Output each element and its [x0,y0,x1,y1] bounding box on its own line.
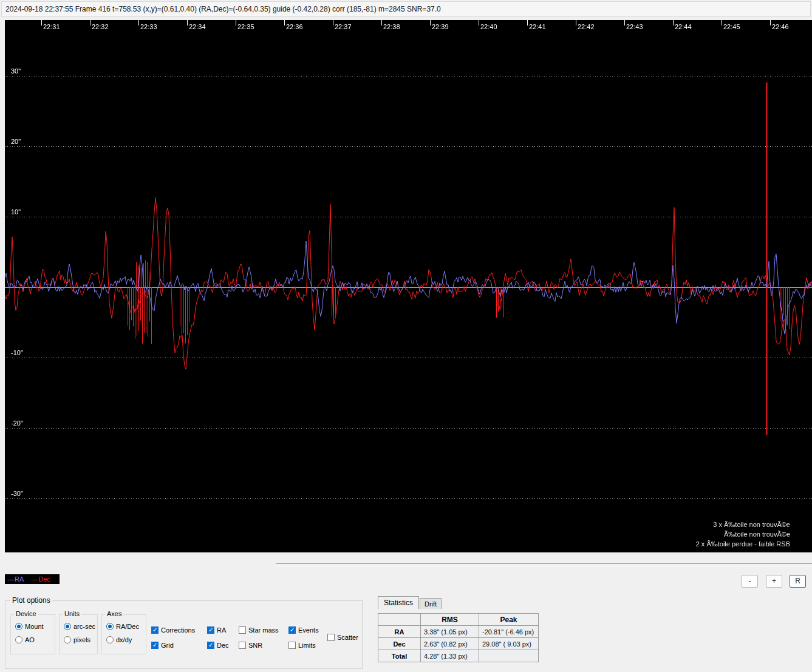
radio-ao[interactable]: AO [15,636,55,643]
time-axis-label: 22:32 [92,23,109,30]
checkbox-events[interactable]: Events [288,626,319,634]
radio-indicator [106,636,114,643]
statistics-tab-strip: Statistics Drift [378,596,543,609]
radio-dx-dy[interactable]: dx/dy [106,636,146,643]
zoom-out-button[interactable]: - [742,575,758,588]
y-axis-label: 30" [11,67,21,75]
time-axis-label: 22:41 [529,23,546,30]
y-axis-label: -30" [11,490,23,497]
radio-indicator [64,623,71,630]
radio-label: pixels [73,636,90,643]
y-axis-label: 10" [11,208,21,216]
checkbox-indicator [151,642,159,649]
checkbox-indicator [239,642,246,649]
radio-indicator [106,623,114,630]
device-radio-list: MountAO [11,615,55,643]
stats-column-header [378,614,421,626]
time-axis-label: 22:42 [578,23,595,30]
guide-event-message: Ã‰toile non trouvÃ©e [696,529,790,539]
time-axis-label: 22:35 [237,23,254,30]
stats-row: Dec2.63" (0.82 px)29.08" ( 9.03 px) [378,638,539,650]
radio-label: RA/Dec [116,623,139,630]
checkbox-ra[interactable]: RA [207,626,226,634]
radio-indicator [15,636,22,643]
checkbox-dec[interactable]: Dec [207,642,229,649]
stats-header-row: RMSPeak [378,614,539,626]
stats-peak-value: 29.08" ( 9.03 px) [479,638,539,650]
statistics-table: RMSPeakRA3.38" (1.05 px)-20.81" (-6.46 p… [378,613,539,662]
checkbox-indicator [207,626,214,634]
time-axis-label: 22:39 [432,23,449,30]
checkbox-label: SNR [248,642,262,649]
checkbox-star-mass[interactable]: Star mass [239,626,279,634]
radio-ra-dec[interactable]: RA/Dec [106,623,146,630]
checkbox-indicator [327,634,335,641]
graph-splitter[interactable] [276,563,812,566]
checkbox-indicator [288,642,296,649]
checkbox-label: RA [217,626,226,634]
radio-indicator [64,636,71,643]
checkbox-label: Dec [217,642,229,649]
reset-button[interactable]: R [790,575,806,588]
axes-group-label: Axes [105,610,123,617]
guide-event-message: 2 x Ã‰toile perdue - faible RSB [696,539,790,549]
radio-arc-sec[interactable]: arc-sec [64,623,97,630]
time-axis-label: 22:36 [286,23,303,30]
stats-peak-value [479,650,539,662]
plot-options-title: Plot options [10,596,52,605]
time-axis-label: 22:33 [140,23,157,30]
stats-row-label: RA [378,626,421,638]
radio-pixels[interactable]: pixels [64,636,97,643]
stats-column-header: RMS [421,614,479,626]
status-bar: 2024-09-18 22:37:55 Frame 416 t=758.53 (… [1,1,811,17]
legend-item-dec: —Dec [31,575,50,583]
stats-rms-value: 2.63" (0.82 px) [421,638,479,650]
stats-row: RA3.38" (1.05 px)-20.81" (-6.46 px) [378,626,539,638]
zoom-in-button[interactable]: + [766,575,782,588]
units-group: Units arc-secpixels [59,614,98,654]
guiding-graph: 3 x Ã‰toile non trouvÃ©eÃ‰toile non trou… [5,20,812,552]
legend-label: RA [15,575,24,583]
stats-row-label: Total [378,650,421,662]
time-axis-label: 22:44 [675,23,692,30]
checkbox-label: Corrections [161,626,195,634]
time-axis-label: 22:37 [335,23,352,30]
tab-drift[interactable]: Drift [420,598,442,609]
guide-event-messages: 3 x Ã‰toile non trouvÃ©eÃ‰toile non trou… [696,520,790,549]
time-axis-label: 22:45 [723,23,740,30]
stats-rms-value: 4.28" (1.33 px) [421,650,479,662]
y-axis-label: 20" [11,138,21,145]
guide-event-message: 3 x Ã‰toile non trouvÃ©e [696,520,790,529]
checkbox-indicator [207,642,214,649]
legend-dash: — [7,575,14,583]
statistics-panel: Statistics Drift RMSPeakRA3.38" (1.05 px… [378,596,543,662]
checkbox-indicator [239,626,246,634]
checkbox-scatter[interactable]: Scatter [327,634,358,641]
legend-label: Dec [38,575,50,583]
stats-column-header: Peak [479,614,539,626]
stats-row: Total4.28" (1.33 px) [378,650,539,662]
units-group-label: Units [63,610,81,617]
radio-label: AO [25,636,35,643]
checkbox-corrections[interactable]: Corrections [151,626,195,634]
axes-radio-list: RA/Decdx/dy [102,615,146,643]
radio-label: arc-sec [73,623,95,630]
radio-indicator [15,623,22,630]
time-axis-label: 22:38 [383,23,400,30]
legend-item-ra: —RA [7,575,24,583]
time-axis-label: 22:46 [772,23,789,30]
checkbox-grid[interactable]: Grid [151,642,174,649]
tab-statistics[interactable]: Statistics [378,596,419,609]
time-axis-label: 22:34 [189,23,206,30]
checkbox-label: Scatter [337,634,358,641]
checkbox-label: Grid [161,642,174,649]
y-axis-label: -10" [11,349,23,356]
legend-dash: — [31,575,38,583]
radio-mount[interactable]: Mount [15,623,55,630]
checkbox-indicator [151,626,159,634]
time-axis-label: 22:43 [626,23,643,30]
units-radio-list: arc-secpixels [60,615,97,643]
checkbox-snr[interactable]: SNR [239,642,262,649]
checkbox-limits[interactable]: Limits [288,642,316,649]
checkbox-label: Limits [298,642,316,649]
